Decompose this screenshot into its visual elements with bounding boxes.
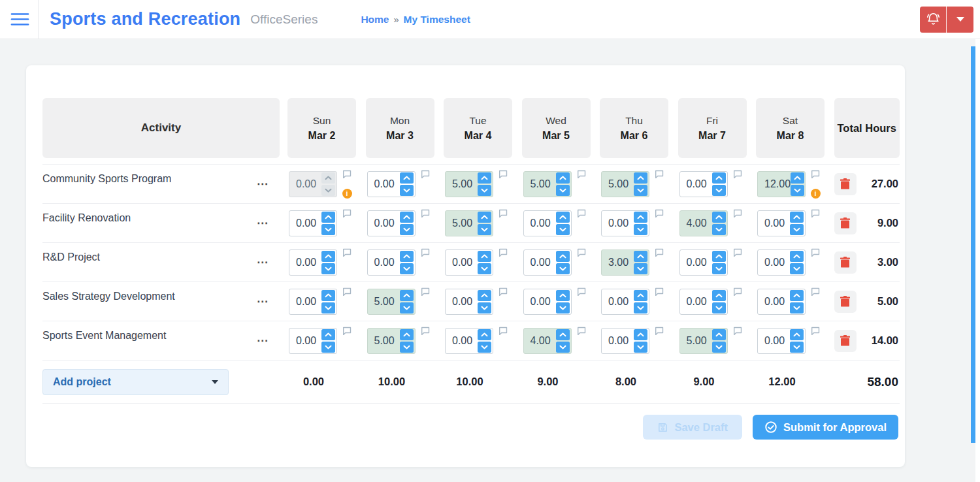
row-options-button[interactable]: ⋯ [257,335,269,346]
comment-icon[interactable] [733,287,742,296]
hours-input[interactable]: 0.00 [523,249,572,276]
comment-icon[interactable] [421,209,430,217]
hours-input[interactable]: 4.00 [523,328,572,354]
chevron-up-icon[interactable] [556,290,570,301]
comment-icon[interactable] [577,248,586,257]
hours-input[interactable]: 0.00 [601,328,649,354]
hours-input[interactable]: 0.00 [367,249,416,276]
chevron-down-icon[interactable] [634,185,647,196]
chevron-up-icon[interactable] [321,290,335,301]
hours-input[interactable]: 0.00 [523,289,572,315]
chevron-down-icon[interactable] [791,185,804,196]
delete-row-button[interactable] [834,251,857,274]
hours-input[interactable]: 0.00 [679,249,728,276]
chevron-up-icon[interactable] [791,172,804,184]
chevron-down-icon[interactable] [321,342,335,353]
row-options-button[interactable]: ⋯ [257,257,269,268]
chevron-up-icon[interactable] [712,329,726,340]
comment-icon[interactable] [655,327,664,335]
chevron-up-icon[interactable] [556,251,570,262]
chevron-down-icon[interactable] [556,185,570,196]
breadcrumb-current-link[interactable]: My Timesheet [404,14,470,25]
chevron-down-icon[interactable] [556,302,570,313]
chevron-down-icon[interactable] [556,263,570,274]
comment-icon[interactable] [421,327,430,335]
scrollbar-thumb[interactable] [971,46,975,443]
chevron-down-icon[interactable] [556,224,570,235]
comment-icon[interactable] [498,209,508,217]
chevron-up-icon[interactable] [556,212,570,223]
chevron-down-icon[interactable] [712,302,726,313]
hours-input[interactable]: 5.00 [679,328,728,354]
hours-input[interactable]: 5.00 [367,289,416,315]
chevron-down-icon[interactable] [321,302,335,313]
chevron-up-icon[interactable] [321,212,335,223]
chevron-down-icon[interactable] [400,342,414,353]
comment-icon[interactable] [342,170,351,178]
comment-icon[interactable] [342,209,351,217]
comment-icon[interactable] [811,248,820,257]
chevron-up-icon[interactable] [790,251,804,262]
comment-icon[interactable] [733,209,742,217]
chevron-up-icon[interactable] [478,329,491,340]
comment-icon[interactable] [655,287,664,296]
chevron-up-icon[interactable] [712,251,726,262]
hours-input[interactable]: 0.00 [757,249,806,276]
delete-row-button[interactable] [834,212,857,234]
chevron-up-icon[interactable] [478,172,491,184]
chevron-down-icon[interactable] [790,302,804,313]
comment-icon[interactable] [811,327,820,335]
row-options-button[interactable]: ⋯ [257,296,269,307]
chevron-down-icon[interactable] [790,342,804,353]
hours-input[interactable]: 0.00 [679,289,728,315]
chevron-up-icon[interactable] [790,212,804,223]
chevron-down-icon[interactable] [634,342,647,353]
delete-row-button[interactable] [834,291,857,313]
hours-input[interactable]: 0.00 [289,328,337,354]
chevron-down-icon[interactable] [790,263,804,274]
hours-input[interactable]: 0.00 [757,328,806,354]
hours-input[interactable]: 0.00 [757,289,806,315]
chevron-up-icon[interactable] [634,251,647,262]
comment-icon[interactable] [577,327,586,335]
comment-icon[interactable] [342,287,351,296]
comment-icon[interactable] [421,170,430,178]
comment-icon[interactable] [342,327,351,335]
comment-icon[interactable] [655,209,664,217]
chevron-down-icon[interactable] [478,224,491,235]
chevron-up-icon[interactable] [556,172,570,184]
delete-row-button[interactable] [834,173,857,195]
submit-for-approval-button[interactable]: Submit for Approval [753,415,898,440]
chevron-down-icon[interactable] [478,342,491,353]
hours-input[interactable]: 4.00 [679,210,728,236]
comment-icon[interactable] [342,248,351,257]
chevron-up-icon[interactable] [478,212,491,223]
comment-icon[interactable] [498,170,508,178]
comment-icon[interactable] [498,327,508,335]
chevron-down-icon[interactable] [556,342,570,353]
chevron-up-icon[interactable] [400,172,414,184]
chevron-down-icon[interactable] [400,224,414,235]
chevron-down-icon[interactable] [478,263,491,274]
chevron-up-icon[interactable] [790,290,804,301]
chevron-up-icon[interactable] [712,212,726,223]
comment-icon[interactable] [577,287,586,296]
hours-input[interactable]: 0.00 [445,328,493,354]
chevron-down-icon[interactable] [478,185,491,196]
hours-input[interactable]: 0.00 [445,289,493,315]
chevron-up-icon[interactable] [634,290,647,301]
comment-icon[interactable] [733,327,742,335]
chevron-down-icon[interactable] [634,302,647,313]
chevron-up-icon[interactable] [634,329,647,340]
chevron-down-icon[interactable] [478,302,491,313]
chevron-up-icon[interactable] [321,251,335,262]
account-menu-button[interactable] [947,7,973,33]
delete-row-button[interactable] [834,330,857,352]
chevron-up-icon[interactable] [400,290,414,301]
chevron-up-icon[interactable] [478,290,491,301]
chevron-down-icon[interactable] [712,185,726,196]
breadcrumb-home-link[interactable]: Home [361,14,389,25]
hours-input[interactable]: 0.00 [523,210,572,236]
chevron-up-icon[interactable] [712,290,726,301]
hours-input[interactable]: 0.00 [289,289,337,315]
